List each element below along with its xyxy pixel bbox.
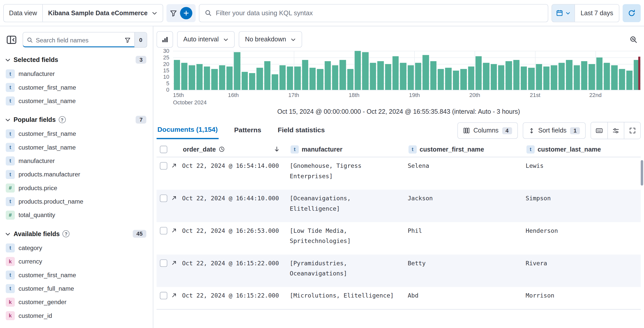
cell-manufacturer[interactable]: [Microlutions, Elitelligence] — [289, 291, 407, 301]
interval-dropdown[interactable]: Auto interval — [177, 31, 235, 48]
cell-customer-last-name[interactable]: Simpson — [525, 193, 641, 214]
quick-select-date-button[interactable] — [552, 4, 575, 22]
field-item-customer-first-name[interactable]: t customer_first_name — [4, 268, 147, 282]
kql-search-bar[interactable] — [199, 4, 548, 22]
row-checkbox[interactable] — [160, 162, 167, 170]
cell-order-date[interactable]: Oct 22, 2024 @ 16:54:14.000 — [181, 161, 289, 182]
field-item-customer-id[interactable]: k customer_id — [4, 309, 147, 322]
sort-fields-button[interactable]: Sort fields 1 — [523, 122, 586, 139]
field-item-customer-last-name[interactable]: t customer_last_name — [4, 140, 147, 154]
cell-order-date[interactable]: Oct 22, 2024 @ 16:15:22.000 — [181, 291, 289, 301]
chart-options-button[interactable] — [626, 32, 641, 47]
collapse-panel-icon — [6, 35, 17, 45]
field-item-currency[interactable]: k currency — [4, 255, 147, 268]
available-fields-section-header[interactable]: Available fields ? 45 — [5, 230, 146, 238]
field-filter-button[interactable] — [121, 32, 134, 47]
chart-options-icon — [630, 36, 637, 43]
cell-customer-first-name[interactable]: Jackson — [407, 193, 525, 214]
row-checkbox[interactable] — [160, 259, 167, 267]
edit-visualization-button[interactable] — [157, 31, 173, 48]
display-options-button[interactable] — [607, 122, 624, 139]
column-label: manufacturer — [302, 145, 342, 153]
column-header-manufacturer[interactable]: t manufacturer — [289, 145, 407, 153]
text-field-type-icon: t — [6, 143, 15, 152]
vertical-scrollbar-thumb[interactable] — [641, 160, 643, 186]
field-item-manufacturer[interactable]: t manufacturer — [4, 154, 147, 167]
cell-customer-first-name[interactable]: Phil — [407, 226, 525, 246]
cell-customer-last-name[interactable]: Henderson — [525, 226, 641, 246]
refresh-button[interactable] — [623, 4, 641, 22]
help-icon[interactable]: ? — [63, 230, 69, 237]
expand-document-button[interactable] — [171, 260, 177, 266]
cell-manufacturer[interactable]: [Gnomehouse, Tigress Enterprises] — [289, 161, 407, 182]
breakdown-label: No breakdown — [245, 36, 286, 43]
documents-table: order_date t manufacturer t customer_fir… — [157, 142, 641, 309]
cell-manufacturer[interactable]: [Pyramidustries, Oceanavigations] — [289, 258, 407, 279]
cell-customer-first-name[interactable]: Betty — [407, 258, 525, 279]
help-icon[interactable]: ? — [58, 116, 65, 123]
field-item-products-price[interactable]: # products.price — [4, 181, 147, 194]
row-checkbox[interactable] — [160, 195, 167, 202]
breakdown-dropdown[interactable]: No breakdown — [239, 31, 302, 48]
bar-chart-icon — [161, 36, 168, 43]
cell-order-date[interactable]: Oct 22, 2024 @ 16:44:10.000 — [181, 193, 289, 214]
section-label: Popular fields — [13, 116, 56, 123]
selected-fields-section-header[interactable]: Selected fields 3 — [5, 56, 146, 64]
cell-manufacturer[interactable]: [Oceanavigations, Elitelligence] — [289, 193, 407, 214]
row-checkbox[interactable] — [160, 227, 167, 234]
filter-button[interactable] — [170, 9, 177, 17]
histogram-bars — [173, 51, 641, 90]
fullscreen-button[interactable] — [624, 122, 640, 139]
text-field-type-icon: t — [6, 129, 15, 138]
columns-button[interactable]: Columns 4 — [457, 122, 518, 139]
field-item-customer-last-name[interactable]: t customer_last_name — [4, 94, 147, 107]
row-checkbox[interactable] — [160, 292, 167, 299]
add-filter-button[interactable] — [180, 7, 193, 19]
select-all-checkbox[interactable] — [160, 145, 167, 153]
cell-customer-first-name[interactable]: Selena — [407, 161, 525, 182]
keyboard-shortcuts-button[interactable] — [591, 122, 607, 139]
column-label: order_date — [183, 145, 216, 153]
tab-field-statistics[interactable]: Field statistics — [277, 123, 326, 138]
field-item-total-quantity[interactable]: # total_quantity — [4, 208, 147, 222]
cell-customer-first-name[interactable]: Abd — [407, 291, 525, 301]
data-view-selector[interactable]: Kibana Sample Data eCommerce — [43, 4, 163, 22]
cell-order-date[interactable]: Oct 22, 2024 @ 16:26:53.000 — [181, 226, 289, 246]
collapse-sidebar-button[interactable] — [4, 32, 19, 47]
cell-customer-last-name[interactable]: Lewis — [525, 161, 641, 182]
histogram-chart[interactable]: 302520151050 — [157, 51, 641, 90]
cell-customer-last-name[interactable]: Morrison — [525, 291, 641, 301]
number-field-type-icon: # — [6, 183, 15, 192]
field-item-customer-first-name[interactable]: t customer_first_name — [4, 127, 147, 140]
tab-patterns[interactable]: Patterns — [233, 123, 262, 138]
expand-document-button[interactable] — [171, 162, 177, 169]
field-item-manufacturer[interactable]: t manufacturer — [4, 67, 147, 80]
time-range-button[interactable]: Last 7 days — [575, 4, 619, 22]
field-item-customer-gender[interactable]: k customer_gender — [4, 295, 147, 309]
tab-documents[interactable]: Documents (1,154) — [157, 122, 219, 139]
field-item-category[interactable]: t category — [4, 241, 147, 254]
filter-controls-group — [166, 4, 196, 22]
search-icon — [205, 9, 212, 16]
column-header-order-date[interactable]: order_date — [181, 145, 289, 153]
cell-order-date[interactable]: Oct 22, 2024 @ 16:15:22.000 — [181, 258, 289, 279]
column-header-customer-first-name[interactable]: t customer_first_name — [407, 145, 525, 153]
sort-descending-icon[interactable] — [274, 146, 280, 152]
popular-fields-section-header[interactable]: Popular fields ? 7 — [5, 116, 146, 124]
field-item-customer-full-name[interactable]: t customer_full_name — [4, 282, 147, 295]
field-count-badge: 45 — [133, 230, 146, 238]
field-item-products-product-name[interactable]: t products.product_name — [4, 195, 147, 208]
expand-document-button[interactable] — [171, 195, 177, 201]
field-item-customer-first-name[interactable]: t customer_first_name — [4, 80, 147, 94]
kql-search-input[interactable] — [216, 9, 542, 17]
column-header-customer-last-name[interactable]: t customer_last_name — [525, 145, 641, 153]
chart-plot — [173, 51, 641, 90]
expand-document-button[interactable] — [171, 227, 177, 234]
expand-document-button[interactable] — [171, 292, 177, 298]
chevron-down-icon — [565, 10, 570, 15]
field-item-products-manufacturer[interactable]: t products.manufacturer — [4, 168, 147, 181]
field-list-sidebar: 0 Selected fields 3 t manufacturer t cus… — [0, 26, 153, 328]
cell-manufacturer[interactable]: [Low Tide Media, Spritechnologies] — [289, 226, 407, 246]
cell-customer-last-name[interactable]: Rivera — [525, 258, 641, 279]
field-search-input[interactable] — [36, 36, 121, 43]
